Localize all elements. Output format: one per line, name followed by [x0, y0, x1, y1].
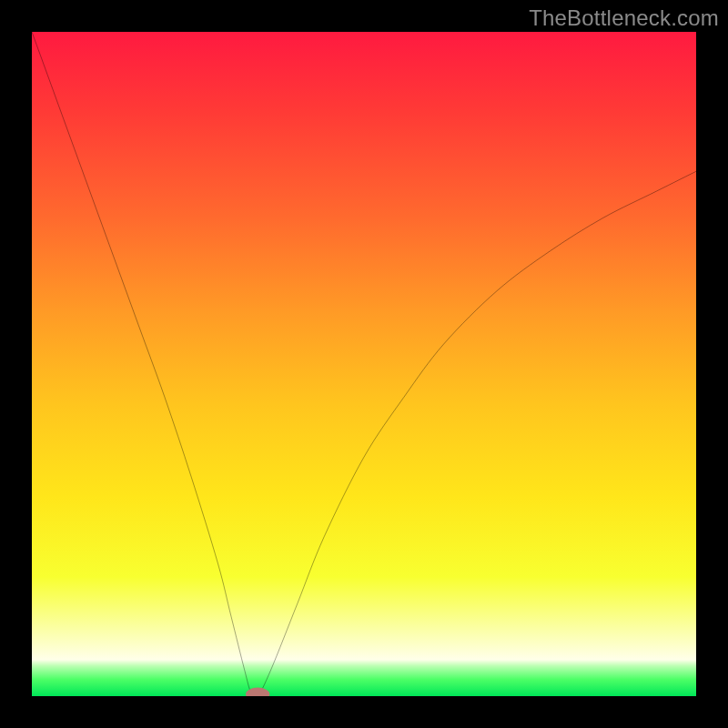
- bottleneck-chart: [32, 32, 696, 696]
- plot-area: [32, 32, 696, 696]
- gradient-background: [32, 32, 696, 696]
- watermark-text: TheBottleneck.com: [529, 5, 719, 31]
- chart-stage: TheBottleneck.com: [0, 0, 728, 728]
